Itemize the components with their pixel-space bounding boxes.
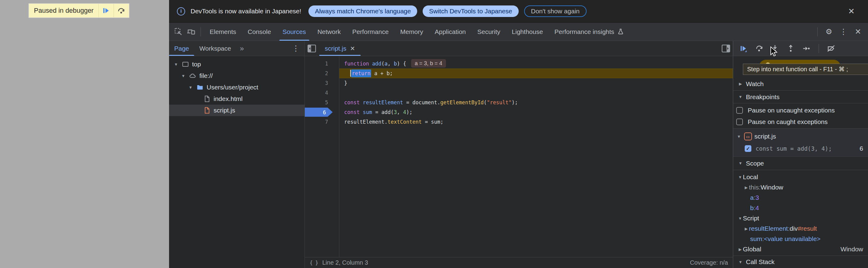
tab-sources[interactable]: Sources bbox=[277, 23, 312, 41]
step-out-icon bbox=[786, 44, 795, 53]
tab-performance-insights[interactable]: Performance insights bbox=[549, 23, 630, 41]
code-editor[interactable]: 1function add(a, b) {a = 3, b = 42 retur… bbox=[305, 56, 733, 257]
step-into-tooltip: Step into next function call - F11 - ⌘ ; bbox=[743, 64, 868, 75]
section-call-stack[interactable]: ▼ Call Stack bbox=[733, 256, 868, 268]
gutter-line-number[interactable]: 5 bbox=[305, 98, 339, 107]
more-options-button[interactable]: ⋮ bbox=[837, 26, 850, 38]
gutter-line-number[interactable]: 3 bbox=[305, 78, 339, 88]
collapse-navigator-button[interactable] bbox=[305, 41, 319, 56]
code-line-1: 1function add(a, b) {a = 3, b = 4 bbox=[305, 59, 733, 68]
scope-text: div bbox=[789, 225, 798, 232]
step-out-button[interactable] bbox=[784, 42, 798, 55]
tab-lighthouse[interactable]: Lighthouse bbox=[506, 23, 549, 41]
scope-row[interactable]: ▼Local bbox=[733, 172, 868, 182]
code-text[interactable] bbox=[339, 88, 733, 98]
section-breakpoints[interactable]: ▼ Breakpoints bbox=[733, 91, 868, 103]
gutter-breakpoint[interactable]: 6 bbox=[305, 107, 339, 117]
settings-button[interactable]: ⚙ bbox=[823, 26, 835, 38]
navigator-menu-button[interactable]: ⋮ bbox=[287, 41, 305, 56]
token: textContent bbox=[388, 119, 422, 125]
tab-application[interactable]: Application bbox=[429, 23, 472, 41]
cursor-position-label: Line 2, Column 3 bbox=[322, 259, 368, 266]
always-match-language-button[interactable]: Always match Chrome's language bbox=[308, 5, 417, 17]
checkbox-unchecked[interactable] bbox=[736, 107, 743, 114]
tree-item-index-html[interactable]: index.html bbox=[169, 93, 305, 105]
close-tab-icon[interactable]: ✕ bbox=[350, 45, 355, 52]
tree-item-project-folder[interactable]: ▼ Users/user/project bbox=[169, 82, 305, 93]
tree-item-top[interactable]: ▼ top bbox=[169, 59, 305, 70]
tab-security[interactable]: Security bbox=[471, 23, 506, 41]
tab-memory[interactable]: Memory bbox=[395, 23, 429, 41]
code-text[interactable]: resultElement.textContent = sum; bbox=[339, 117, 733, 127]
token: a + b; bbox=[371, 70, 393, 77]
breakpoint-file-label: script.js bbox=[754, 133, 776, 140]
resume-button[interactable] bbox=[737, 42, 750, 55]
step-button[interactable] bbox=[800, 42, 813, 55]
breakpoint-entry[interactable]: ✓ const sum = add(3, 4); 6 bbox=[733, 143, 868, 155]
section-scope[interactable]: ▼ Scope bbox=[733, 157, 868, 170]
code-line-4: 4 bbox=[305, 88, 733, 98]
code-text[interactable]: const sum = add(3, 4); bbox=[339, 107, 733, 117]
scope-row[interactable]: ▶resultElement: div#result bbox=[733, 224, 868, 234]
scope-row[interactable]: ▼Script bbox=[733, 213, 868, 224]
close-devtools-button[interactable]: ✕ bbox=[851, 26, 864, 38]
sources-panel: Page Workspace » ⋮ ▼ top ▼ bbox=[169, 41, 868, 268]
gutter-line-number[interactable]: 2 bbox=[305, 68, 339, 78]
token: resultElement bbox=[363, 99, 403, 106]
scope-text: #result bbox=[798, 225, 817, 232]
tree-item-script-js[interactable]: script.js bbox=[169, 105, 305, 116]
code-text[interactable]: const resultElement = document.getElemen… bbox=[339, 98, 733, 107]
expand-triangle-icon: ▶ bbox=[743, 185, 749, 190]
checkbox-checked[interactable]: ✓ bbox=[745, 145, 751, 152]
step-over-button[interactable] bbox=[752, 42, 766, 55]
tree-item-file-protocol[interactable]: ▼ file:// bbox=[169, 70, 305, 82]
gutter-line-number[interactable]: 7 bbox=[305, 117, 339, 127]
step-over-icon bbox=[755, 44, 764, 53]
tab-performance[interactable]: Performance bbox=[347, 23, 395, 41]
tab-elements[interactable]: Elements bbox=[204, 23, 242, 41]
editor-statusbar: { } Line 2, Column 3 Coverage: n/a bbox=[305, 257, 733, 268]
tab-label: Security bbox=[477, 28, 500, 35]
token: function bbox=[344, 61, 372, 67]
code-text[interactable]: return a + b; bbox=[339, 68, 733, 78]
dont-show-again-button[interactable]: Don't show again bbox=[524, 5, 587, 17]
more-tabs-icon[interactable]: » bbox=[236, 41, 248, 56]
pretty-print-button[interactable]: { } bbox=[310, 260, 318, 266]
section-label: Call Stack bbox=[746, 258, 775, 266]
breakpoint-marker[interactable]: 6 bbox=[305, 108, 333, 117]
checkbox-unchecked[interactable] bbox=[736, 119, 743, 125]
expand-triangle-icon[interactable]: ▼ bbox=[173, 62, 179, 67]
section-watch[interactable]: ▶ Watch bbox=[733, 77, 868, 91]
inspect-element-button[interactable] bbox=[172, 26, 185, 38]
deactivate-breakpoints-button[interactable] bbox=[825, 42, 838, 55]
expand-triangle-icon[interactable]: ▼ bbox=[188, 85, 193, 90]
collapse-triangle-icon: ▼ bbox=[738, 95, 743, 99]
expand-triangle-icon[interactable]: ▼ bbox=[181, 74, 186, 78]
gutter-line-number[interactable]: 4 bbox=[305, 88, 339, 98]
toolbar-divider bbox=[817, 27, 818, 36]
pause-caught-exceptions-row[interactable]: Pause on caught exceptions bbox=[733, 116, 868, 128]
breakpoint-file-header[interactable]: ▼ ‹› script.js bbox=[733, 130, 868, 143]
collapse-debugger-sidebar-button[interactable] bbox=[719, 41, 733, 56]
editor-tab-script-js[interactable]: script.js ✕ bbox=[319, 41, 361, 56]
scope-row[interactable]: ▶GlobalWindow bbox=[733, 244, 868, 255]
code-text[interactable]: } bbox=[339, 78, 733, 88]
tab-page[interactable]: Page bbox=[169, 41, 194, 56]
scope-row[interactable]: sum: <value unavailable> bbox=[733, 234, 868, 244]
switch-devtools-japanese-button[interactable]: Switch DevTools to Japanese bbox=[423, 5, 518, 17]
resume-script-button[interactable] bbox=[98, 4, 114, 17]
scope-row[interactable]: ▶this: Window bbox=[733, 182, 868, 192]
code-text[interactable]: function add(a, b) {a = 3, b = 4 bbox=[339, 59, 733, 68]
toggle-device-toolbar-button[interactable] bbox=[185, 26, 197, 38]
infobar-close-icon[interactable]: ✕ bbox=[845, 5, 858, 17]
section-label: Scope bbox=[746, 160, 764, 167]
step-over-button[interactable] bbox=[114, 4, 129, 17]
scope-row[interactable]: a: 3 bbox=[733, 192, 868, 203]
gutter-line-number[interactable]: 1 bbox=[305, 59, 339, 68]
tab-console[interactable]: Console bbox=[242, 23, 277, 41]
tab-workspace[interactable]: Workspace bbox=[194, 41, 236, 56]
scope-row[interactable]: b: 4 bbox=[733, 203, 868, 213]
pause-uncaught-exceptions-row[interactable]: Pause on uncaught exceptions bbox=[733, 105, 868, 116]
tab-network[interactable]: Network bbox=[312, 23, 347, 41]
kebab-menu-icon: ⋮ bbox=[292, 44, 300, 53]
